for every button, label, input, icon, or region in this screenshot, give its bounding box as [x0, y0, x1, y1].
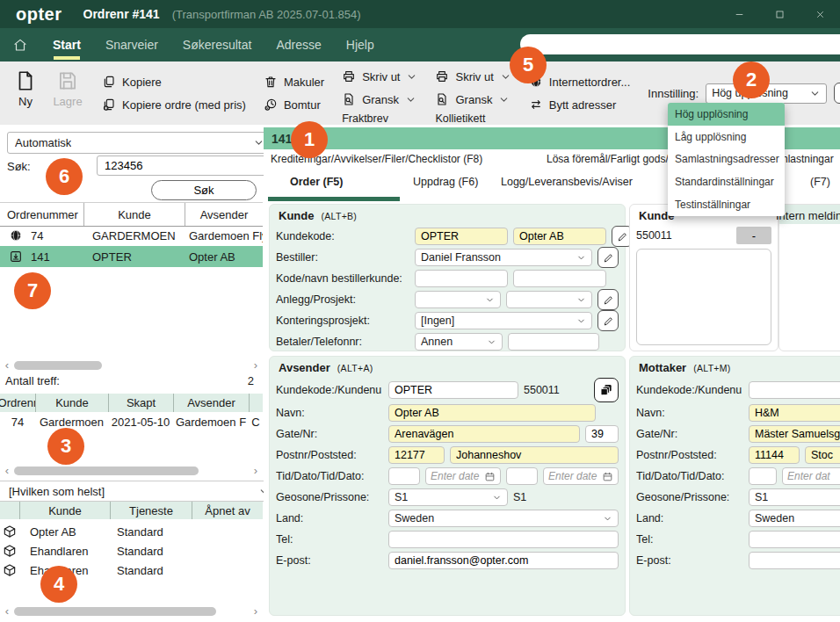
service-filter-select[interactable]: [Hvilken som helst] [0, 481, 277, 502]
bestillerkunde-code-input[interactable] [415, 270, 508, 287]
dropdown-option-testinstallningar[interactable]: Testinställningar [668, 193, 785, 216]
home-button[interactable] [12, 37, 28, 53]
avsender-tid2-input[interactable] [506, 467, 538, 485]
column-tjeneste[interactable]: Tjeneste [110, 502, 192, 519]
scrollbar-thumb[interactable] [14, 361, 102, 370]
kundekode-name-input[interactable] [513, 228, 606, 245]
lagre-button[interactable]: Lagre [51, 69, 84, 108]
betaler-select[interactable]: Annen [415, 333, 503, 351]
innstilling-edit-button[interactable] [834, 83, 840, 104]
avsender-navn-input[interactable] [388, 404, 596, 422]
kunde-notes-textarea[interactable] [636, 249, 771, 345]
mottaker-postnr-input[interactable] [749, 446, 800, 464]
mottaker-geosone-select[interactable]: S1 [749, 488, 840, 506]
menu-start[interactable]: Start [53, 38, 81, 52]
avsender-tid1-input[interactable] [388, 467, 420, 485]
konteringsprosjekt-select[interactable]: [Ingen] [415, 312, 592, 329]
internettordrer-button[interactable]: Internettordrer... [529, 71, 631, 92]
kopiere-button[interactable]: Kopiere [102, 71, 162, 92]
column-kunde[interactable]: Kunde [19, 502, 110, 519]
menu-sokeresultat[interactable]: Søkeresultat [183, 38, 252, 52]
avsender-dato1-input[interactable]: Enter date [425, 467, 501, 485]
table-row[interactable]: Opter AB Standard [0, 522, 263, 541]
mottaker-tid1-input[interactable] [749, 467, 777, 485]
avsender-epost-input[interactable] [388, 552, 619, 569]
avsender-gate-input[interactable] [388, 425, 580, 443]
menu-adresse[interactable]: Adresse [276, 38, 321, 52]
menubar-search-input[interactable] [520, 34, 840, 54]
column-kunde[interactable]: Kunde [35, 394, 108, 412]
mottaker-tel-input[interactable] [749, 531, 840, 548]
bomtur-button[interactable]: Bomtur [264, 94, 321, 115]
mottaker-gate-input[interactable] [749, 425, 840, 443]
dropdown-option-samlastningsadresser[interactable]: Samlastningsadresser [668, 148, 785, 171]
search-mode-select[interactable]: Automatisk [7, 132, 272, 154]
avsender-tel-input[interactable] [388, 531, 619, 548]
mottaker-kundekode-input[interactable] [749, 381, 840, 399]
menu-snarveier[interactable]: Snarveier [105, 38, 158, 52]
ny-button[interactable]: Ny [9, 69, 42, 108]
dropdown-option-hog-upplosning[interactable]: Hög upplösning [668, 103, 785, 126]
bestiller-select[interactable]: Daniel Fransson [415, 249, 592, 266]
tab-f7[interactable]: (F7) [810, 176, 830, 188]
scroll-right-arrow[interactable]: › [250, 464, 261, 477]
table-row-selected[interactable]: 141 OPTER Opter AB [0, 246, 263, 267]
telefonnr-input[interactable] [508, 333, 599, 351]
avsender-postnr-input[interactable] [388, 446, 445, 464]
mottaker-dato1-input[interactable]: Enter dat [782, 467, 840, 485]
mottaker-poststed-input[interactable] [805, 446, 840, 464]
dropdown-option-standardinstallningar[interactable]: Standardinställningar [668, 170, 785, 193]
table-row[interactable]: 74 GARDERMOEN Gardemoen Flyg [0, 225, 263, 246]
bytt-adresser-button[interactable]: Bytt adresser [529, 94, 617, 115]
dropdown-option-lag-upplosning[interactable]: Låg upplösning [668, 126, 785, 148]
kollietikett-gransk-button[interactable]: Gransk [435, 89, 510, 110]
minimize-button[interactable] [719, 0, 759, 28]
mottaker-epost-input[interactable] [749, 552, 840, 569]
kontering-edit-button[interactable] [597, 310, 619, 331]
intern-melding-textarea[interactable] [786, 229, 840, 338]
table-row[interactable]: Ehandlaren Standard [0, 561, 263, 580]
fraktbrev-skriv-ut-button[interactable]: Skriv ut [342, 66, 417, 87]
scrollbar-thumb[interactable] [14, 607, 216, 616]
avsender-geosone-select[interactable]: S1 [388, 488, 508, 506]
column-apnet-av[interactable]: Åpnet av [192, 502, 263, 519]
makuler-button[interactable]: Makuler [264, 71, 324, 92]
kopiere-ordre-button[interactable]: Kopiere ordre (med pris) [102, 94, 246, 115]
scroll-right-arrow[interactable]: › [250, 358, 261, 372]
close-button[interactable] [800, 0, 840, 28]
scrollbar-thumb[interactable] [14, 466, 199, 475]
minus-button[interactable]: - [736, 227, 771, 244]
column-skapt[interactable]: Skapt [108, 394, 173, 412]
table-row[interactable]: Ehandlaren Standard [0, 541, 263, 561]
maximize-button[interactable] [759, 0, 800, 28]
search-input[interactable] [97, 156, 271, 176]
anlegg-select[interactable] [415, 291, 501, 308]
avsender-dato2-input[interactable]: Enter date [543, 467, 619, 485]
table-row[interactable]: 74 Gardermoen 2021-05-10 Gardemoen F C [0, 412, 263, 431]
bestiller-edit-button[interactable] [597, 247, 619, 268]
column-kunde[interactable]: Kunde [83, 203, 185, 226]
menu-hjelp[interactable]: Hjelp [346, 38, 374, 52]
search-button[interactable]: Søk [151, 180, 257, 200]
bestillerkunde-name-input[interactable] [513, 270, 606, 287]
kundekode-code-input[interactable] [415, 228, 508, 245]
scroll-left-arrow[interactable]: ‹ [2, 464, 12, 477]
column-avsender[interactable]: Avsender [185, 203, 263, 226]
fraktbrev-gransk-button[interactable]: Gransk [342, 89, 416, 110]
mottaker-navn-input[interactable] [749, 404, 840, 422]
column-avsender[interactable]: Avsender [173, 394, 249, 412]
mottaker-land-select[interactable]: Sweden [749, 510, 840, 527]
tab-logg[interactable]: Logg/Leveransbevis/Aviser [501, 176, 633, 188]
column-ordrenummer[interactable]: Ordrenummer [0, 203, 83, 226]
avsender-poststed-input[interactable] [450, 446, 619, 464]
anlegg-edit-button[interactable] [597, 289, 619, 310]
scroll-right-arrow[interactable]: › [250, 604, 261, 618]
copy-address-button[interactable] [594, 378, 619, 402]
tab-order[interactable]: Order (F5) [290, 176, 343, 188]
kollietikett-skriv-ut-button[interactable]: Skriv ut [435, 66, 511, 87]
avsender-nr-input[interactable] [585, 425, 619, 443]
avsender-kundekode-input[interactable] [388, 381, 518, 399]
scroll-left-arrow[interactable]: ‹ [2, 604, 12, 618]
avsender-land-select[interactable]: Sweden [388, 510, 619, 527]
prosjekt-select[interactable] [506, 291, 592, 308]
